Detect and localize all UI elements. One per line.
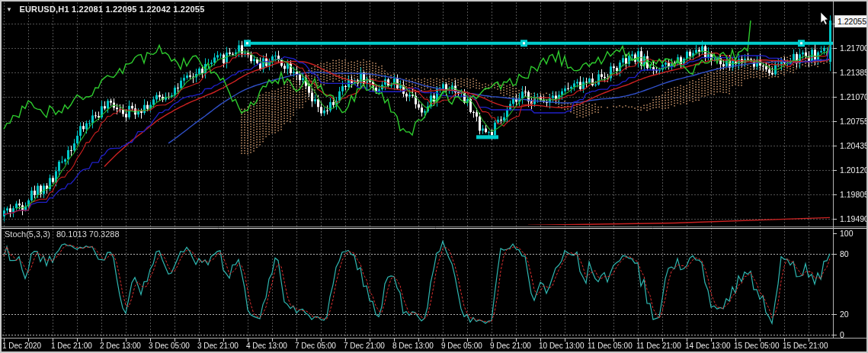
current-price-tag: 1.22055: [834, 15, 868, 27]
time-axis-label: 11 Dec 21:00: [636, 342, 681, 350]
price-axis-label: 1.19490: [840, 214, 868, 223]
stochastic-indicator-label: Stoch(5,3,3) 80.1013 70.3288: [5, 229, 120, 239]
stoch-axis-label: 20: [840, 310, 849, 319]
stoch-values: 80.1013 70.3288: [56, 229, 120, 239]
time-axis-label: 2 Dec 13:00: [100, 342, 141, 350]
time-axis-label: 14 Dec 13:00: [685, 342, 731, 350]
price-axis-label: 1.21070: [840, 92, 868, 101]
price-axis-label: 1.20755: [840, 117, 868, 126]
time-axis-label: 15 Dec 21:00: [783, 342, 828, 350]
stoch-axis-label: 0: [840, 330, 844, 339]
price-axis-label: 1.19805: [840, 190, 868, 199]
time-axis-label: 7 Dec 05:00: [295, 342, 336, 350]
chart-canvas[interactable]: [2, 2, 868, 353]
time-axis-label: 7 Dec 21:00: [344, 342, 385, 350]
ohlc-readout: 1.22081 1.22095 1.22042 1.22055: [72, 5, 204, 14]
time-axis-label: 9 Dec 05:00: [441, 342, 482, 350]
price-axis-label: 1.21385: [840, 68, 868, 77]
mt4-chart-window: ▼ EURUSD,H1 1.22081 1.22095 1.22042 1.22…: [0, 0, 868, 353]
stoch-axis-label: 80: [840, 249, 849, 258]
price-axis-label: 1.21700: [840, 43, 868, 53]
price-axis-label: 1.20435: [840, 141, 868, 150]
chart-title: ▼ EURUSD,H1 1.22081 1.22095 1.22042 1.22…: [6, 5, 204, 14]
time-axis-label: 9 Dec 21:00: [490, 342, 531, 350]
chart-collapse-icon[interactable]: ▼: [6, 6, 12, 13]
time-axis-label: 8 Dec 13:00: [392, 342, 434, 350]
time-axis-label: 3 Dec 21:00: [197, 342, 239, 350]
time-axis-label: 1 Dec 21:00: [51, 342, 92, 350]
time-axis-label: 4 Dec 13:00: [246, 342, 287, 350]
price-axis-label: 1.20120: [840, 165, 868, 175]
time-axis-label: 1 Dec 2020: [2, 342, 41, 350]
stoch-name: Stoch(5,3,3): [5, 229, 50, 239]
time-axis-label: 3 Dec 05:00: [149, 342, 190, 350]
time-axis-label: 15 Dec 05:00: [734, 342, 780, 350]
symbol-period-label: EURUSD,H1: [19, 5, 69, 14]
time-axis-label: 10 Dec 13:00: [539, 342, 585, 350]
time-axis-label: 11 Dec 05:00: [588, 342, 633, 350]
stoch-axis-label: 100: [840, 229, 854, 238]
